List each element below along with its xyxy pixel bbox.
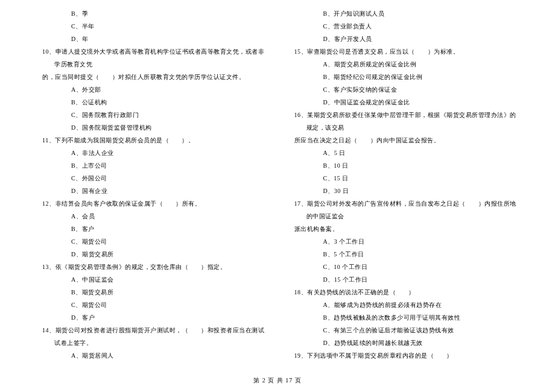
option: A、外交部 xyxy=(42,83,270,96)
question-16-cont: 所应当在决定之日起（ ）内向中国证监会报告。 xyxy=(294,134,522,147)
option: C、半年 xyxy=(42,20,270,33)
option: C、客户实际交纳的保证金 xyxy=(294,83,522,96)
option: C、期货公司 xyxy=(42,299,270,311)
option: B、期货经纪公司规定的保证金比例 xyxy=(294,71,522,83)
option: D、中国证监会规定的保证金比 xyxy=(294,96,522,109)
option: B、10 日 xyxy=(294,159,522,172)
option: A、非法人企业 xyxy=(42,147,270,159)
left-column: B、季 C、半年 D、年 10、申请人提交境外大学或者高等教育机构学位证书或者高… xyxy=(24,7,279,374)
option: C、外国公司 xyxy=(42,172,270,185)
option: C、国务院教育行政部门 xyxy=(42,109,270,121)
question-10: 10、申请人提交境外大学或者高等教育机构学位证书或者高等教育文凭，或者非学历教育… xyxy=(42,45,270,71)
option: A、3 个工作日 xyxy=(294,235,522,248)
option: D、30 日 xyxy=(294,185,522,197)
option: D、15 个工作日 xyxy=(294,273,522,286)
question-16: 16、某期货交易所欲委任张某做中层管理干部，根据《期货交易所管理办法》的规定，该… xyxy=(294,109,522,134)
option: B、客户 xyxy=(42,223,270,235)
option: B、开户知识测试人员 xyxy=(294,7,522,20)
question-18: 18、有关趋势线的说法不正确的是（ ） xyxy=(294,286,522,299)
option: D、国务院期货监督管理机构 xyxy=(42,121,270,134)
option: D、年 xyxy=(42,33,270,45)
question-17: 17、期货公司对外发布的广告宣传材料，应当自发布之日起（ ）内报住所地的中国证监… xyxy=(294,197,522,223)
option: A、中国证监会 xyxy=(42,273,270,286)
option: B、季 xyxy=(42,7,270,20)
question-15: 15、审查期货公司是否透支交易，应当以（ ）为标准。 xyxy=(294,45,522,58)
option: A、期货居间人 xyxy=(42,349,270,362)
right-column: B、开户知识测试人员 C、营业部负责人 D、客户开发人员 15、审查期货公司是否… xyxy=(279,7,531,374)
question-17-cont: 派出机构备案。 xyxy=(294,223,522,235)
option: C、10 个工作日 xyxy=(294,261,522,273)
page-container: B、季 C、半年 D、年 10、申请人提交境外大学或者高等教育机构学位证书或者高… xyxy=(0,0,555,392)
question-12: 12、非结算会员向客户收取的保证金属于（ ）所有。 xyxy=(42,197,270,210)
page-footer: 第 2 页 共 17 页 xyxy=(0,376,555,385)
option: A、期货交易所规定的保证金比例 xyxy=(294,58,522,71)
option: D、趋势线延续的时间越长就越无效 xyxy=(294,337,522,349)
option: D、国有企业 xyxy=(42,185,270,197)
option: C、15 日 xyxy=(294,172,522,185)
option: C、期货公司 xyxy=(42,235,270,248)
question-11: 11、下列不能成为我国期货交易所会员的是（ ）。 xyxy=(42,134,270,147)
question-19: 19、下列选项中不属于期货交易所章程内容的是（ ） xyxy=(294,349,522,362)
option: B、公证机构 xyxy=(42,96,270,109)
option: C、营业部负责人 xyxy=(294,20,522,33)
option: C、有第三个点的验证后才能验证该趋势线有效 xyxy=(294,324,522,337)
question-13: 13、依《期货交易管理条例》的规定，交割仓库由（ ）指定。 xyxy=(42,261,270,273)
option: D、客户开发人员 xyxy=(294,33,522,45)
question-10-cont: 的，应当同时提交（ ）对拟任人所获教育文凭的学历学位认证文件。 xyxy=(42,71,270,83)
question-14: 14、期货公司对投资者进行股指期货开户测试时，（ ）和投资者应当在测试试卷上签字… xyxy=(42,324,270,349)
option: A、5 日 xyxy=(294,147,522,159)
option: B、趋势线被触及的次数多少可用于证明其有效性 xyxy=(294,311,522,324)
option: D、客户 xyxy=(42,311,270,324)
option: B、5 个工作日 xyxy=(294,248,522,261)
option: B、上市公司 xyxy=(42,159,270,172)
option: A、能够成为趋势线的前提必须有趋势存在 xyxy=(294,299,522,311)
option: B、期货交易所 xyxy=(42,286,270,299)
option: A、会员 xyxy=(42,210,270,223)
option: D、期货交易所 xyxy=(42,248,270,261)
